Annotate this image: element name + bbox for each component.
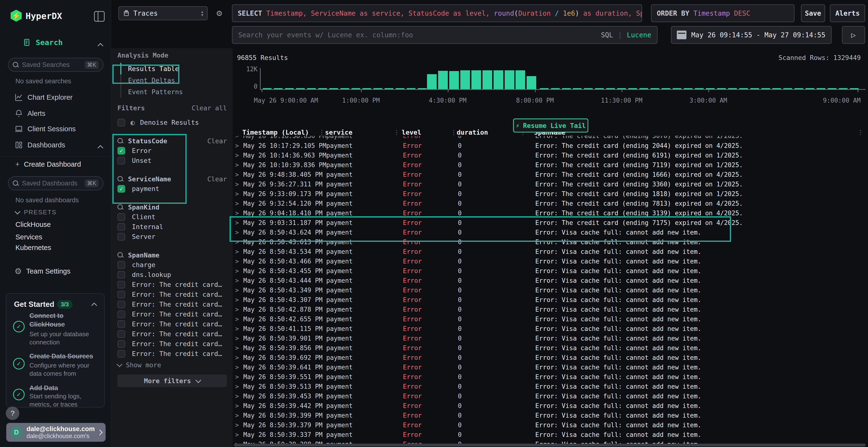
date-range-picker[interactable]: May 26 09:14:55 - May 27 09:14:55	[671, 26, 832, 44]
filter-option[interactable]: ✓payment	[117, 184, 227, 194]
table-row[interactable]: >May 26 10:10:39.836 PMpaymentError0Erro…	[233, 160, 868, 170]
filter-option[interactable]: ✓Error	[117, 146, 227, 156]
table-row[interactable]: >May 26 8:50:43.307 PMpaymentError0Error…	[233, 295, 868, 305]
save-button[interactable]: Save	[801, 4, 825, 22]
filter-option[interactable]: Error: The credit card …	[117, 309, 227, 319]
more-filters-button[interactable]: More filters	[117, 375, 227, 387]
lucene-mode-toggle[interactable]: Lucene	[627, 31, 651, 39]
filter-option[interactable]: charge	[117, 260, 227, 270]
table-row[interactable]: >May 26 8:50:39.901 PMpaymentError0Error…	[233, 334, 868, 343]
table-row[interactable]: >May 26 9:48:38.405 PMpaymentError0Error…	[233, 170, 868, 179]
analysis-mode-results-table[interactable]: Results Table	[120, 63, 227, 74]
preset-kubernetes[interactable]: Kubernetes	[16, 244, 51, 252]
table-row[interactable]: >May 26 8:50:42.878 PMpaymentError0Error…	[233, 305, 868, 314]
table-row[interactable]: >May 26 8:50:39.399 PMpaymentError0Error…	[233, 411, 868, 420]
presets-section-toggle[interactable]: PRESETS	[16, 209, 56, 216]
gs-item-title[interactable]: ClickHouse	[29, 321, 65, 328]
table-row[interactable]: >May 26 9:32:54.120 PMpaymentError0Error…	[233, 199, 868, 208]
preset-clickhouse[interactable]: ClickHouse	[16, 220, 51, 229]
filter-option[interactable]: Error: The credit card …	[117, 319, 227, 329]
table-row[interactable]: >May 26 8:50:41.115 PMpaymentError0Error…	[233, 324, 868, 334]
filter-option[interactable]: Server	[117, 232, 227, 242]
table-row[interactable]: >May 26 10:17:29.105 PMpaymentError0Erro…	[233, 141, 868, 150]
show-more-button[interactable]: Show more	[117, 360, 227, 370]
table-row[interactable]: >May 26 8:50:39.453 PMpaymentError0Error…	[233, 391, 868, 401]
filter-option[interactable]: Unset	[117, 156, 227, 166]
order-by-input[interactable]: ORDER BY Timestamp DESC	[651, 4, 795, 22]
table-row[interactable]: >May 26 8:50:39.856 PMpaymentError0Error…	[233, 343, 868, 353]
table-row[interactable]: >May 26 8:50:42.655 PMpaymentError0Error…	[233, 314, 868, 324]
table-row[interactable]: >May 26 8:50:39.379 PMpaymentError0Error…	[233, 420, 868, 430]
filter-option[interactable]: Error: The credit card …	[117, 349, 227, 358]
dashboards-collapse-icon[interactable]	[97, 145, 103, 151]
results-histogram[interactable]	[261, 68, 864, 89]
sidebar-item-alerts[interactable]: Alerts	[14, 109, 45, 118]
clear-all-button[interactable]: Clear all	[192, 104, 227, 112]
table-row[interactable]: >May 26 8:50:43.613 PMpaymentError0Error…	[233, 237, 868, 247]
filter-option[interactable]: Error: The credit card …	[117, 289, 227, 299]
sql-select-input[interactable]: SELECT Timestamp, ServiceName as service…	[232, 4, 642, 22]
filter-option[interactable]: Error: The credit card …	[117, 339, 227, 349]
sql-mode-toggle[interactable]: SQL	[601, 31, 613, 39]
filter-option[interactable]: Error: The credit card …	[117, 299, 227, 309]
analysis-mode-event-patterns[interactable]: Event Patterns	[120, 86, 227, 98]
source-settings-gear-icon[interactable]: ⚙	[217, 8, 222, 18]
sidebar-item-chart-explorer[interactable]: Chart Explorer	[14, 93, 72, 102]
filter-option[interactable]: Client	[117, 212, 227, 222]
sidebar-collapse-icon[interactable]	[94, 11, 105, 22]
filter-option[interactable]: dns.lookup	[117, 270, 227, 280]
user-menu[interactable]: D dale@clickhouse.com dale@clickhouse.co…	[6, 423, 105, 442]
table-row[interactable]: >May 26 9:33:09.173 PMpaymentError0Error…	[233, 189, 868, 199]
horizontal-scrollbar[interactable]	[234, 444, 866, 447]
table-row[interactable]: >May 26 8:50:39.298 PMpaymentError0Error…	[233, 440, 868, 444]
saved-dashboards-input[interactable]: Saved Dashboards ⌘K	[8, 176, 103, 190]
table-row[interactable]: >May 26 10:14:36.963 PMpaymentError0Erro…	[233, 150, 868, 160]
gs-item-title[interactable]: Add Data	[29, 384, 58, 392]
filter-option[interactable]: Error: The credit card …	[117, 280, 227, 289]
col-duration[interactable]: duration	[457, 129, 488, 136]
table-row[interactable]: >May 26 8:50:43.466 PMpaymentError0Error…	[233, 256, 868, 266]
table-row[interactable]: >May 26 8:50:39.692 PMpaymentError0Error…	[233, 353, 868, 363]
table-row[interactable]: >May 26 8:50:43.349 PMpaymentError0Error…	[233, 285, 868, 295]
table-row[interactable]: >May 26 8:50:39.337 PMpaymentError0Error…	[233, 430, 868, 440]
table-row[interactable]: >May 26 8:50:43.455 PMpaymentError0Error…	[233, 266, 868, 276]
get-started-collapse-icon[interactable]	[91, 303, 97, 308]
table-row[interactable]: >May 26 8:50:39.641 PMpaymentError0Error…	[233, 363, 868, 372]
filter-option[interactable]: Internal	[117, 222, 227, 232]
sidebar-item-dashboards[interactable]: Dashboards	[14, 141, 65, 149]
saved-searches-input[interactable]: Saved Searches ⌘K	[8, 58, 103, 72]
table-row[interactable]: >May 26 9:36:27.311 PMpaymentError0Error…	[233, 179, 868, 189]
table-row[interactable]: >May 26 9:04:18.410 PMpaymentError0Error…	[233, 208, 868, 218]
col-service[interactable]: service	[325, 129, 352, 136]
source-select[interactable]: Traces ▲▼	[118, 6, 208, 20]
table-row[interactable]: >May 26 8:50:43.624 PMpaymentError0Error…	[233, 228, 868, 237]
col-timestamp[interactable]: Timestamp (Local)	[242, 129, 309, 136]
filter-option[interactable]: Error: The credit card …	[117, 329, 227, 339]
event-search-input[interactable]: Search your events w/ Lucene ex. column:…	[232, 26, 657, 44]
table-row[interactable]: >May 26 8:50:39.442 PMpaymentError0Error…	[233, 401, 868, 411]
help-button[interactable]: ?	[6, 407, 19, 420]
sidebar-item-client-sessions[interactable]: Client Sessions	[14, 125, 76, 133]
gs-item-title[interactable]: Connect to	[29, 312, 63, 319]
filter-clear-button[interactable]: Clear	[207, 137, 227, 145]
alerts-button[interactable]: Alerts	[830, 4, 865, 22]
table-row[interactable]: >May 26 8:50:43.444 PMpaymentError0Error…	[233, 276, 868, 285]
table-row[interactable]: >May 26 10:18:58.636 PMpaymentError0Erro…	[233, 136, 868, 141]
table-row[interactable]: >May 26 8:50:39.513 PMpaymentError0Error…	[233, 382, 868, 391]
analysis-mode-event-deltas[interactable]: Event Deltas	[120, 74, 227, 86]
sidebar-item-team-settings[interactable]: ⚙ Team Settings	[14, 266, 70, 276]
preset-services[interactable]: Services	[16, 233, 42, 241]
search-section-collapse-icon[interactable]	[97, 43, 103, 49]
sidebar-item-search[interactable]: Search	[23, 38, 63, 47]
table-row[interactable]: >May 26 8:50:39.551 PMpaymentError0Error…	[233, 372, 868, 382]
resume-live-tail-button[interactable]: ⚡ Resume Live Tail	[513, 118, 588, 133]
gs-item-title[interactable]: Create Data Sources	[29, 353, 93, 360]
run-query-button[interactable]: ▷	[842, 26, 865, 44]
denoise-results-checkbox[interactable]: ◐ Denoise Results	[117, 117, 227, 128]
col-level[interactable]: level	[402, 129, 421, 136]
create-dashboard-button[interactable]: + Create Dashboard	[16, 161, 81, 168]
table-row[interactable]: >May 26 9:03:31.187 PMpaymentError0Error…	[233, 218, 868, 228]
user-email: dale@clickhouse.com	[27, 425, 94, 433]
table-row[interactable]: >May 26 8:50:43.534 PMpaymentError0Error…	[233, 247, 868, 256]
filter-clear-button[interactable]: Clear	[207, 175, 227, 183]
